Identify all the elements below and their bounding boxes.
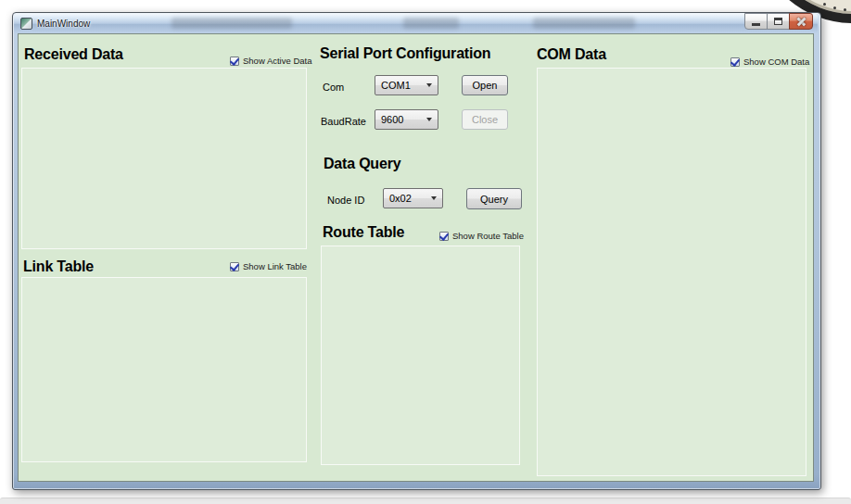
com-port-select[interactable]: COM1 bbox=[375, 75, 438, 95]
checkbox-label: Show Link Table bbox=[243, 262, 307, 271]
route-table-title: Route Table bbox=[323, 225, 404, 240]
checkbox-label: Show Route Table bbox=[452, 232, 524, 241]
clock-tick bbox=[844, 8, 846, 11]
baudrate-label: BaudRate bbox=[321, 117, 366, 127]
baudrate-select[interactable]: 9600 bbox=[375, 109, 438, 130]
close-button[interactable] bbox=[789, 13, 813, 30]
received-data-title: Received Data bbox=[24, 47, 123, 62]
baudrate-value: 9600 bbox=[381, 115, 426, 125]
maximize-button[interactable] bbox=[767, 13, 790, 30]
clock-tick bbox=[833, 6, 836, 9]
app-icon bbox=[20, 18, 32, 30]
com-data-title: COM Data bbox=[537, 47, 606, 62]
node-id-select[interactable]: 0x02 bbox=[383, 188, 443, 208]
check-icon bbox=[730, 57, 740, 67]
check-icon bbox=[230, 56, 239, 66]
desktop: MainWindow Received Data Show Active Dat… bbox=[0, 0, 851, 504]
node-id-label: Node ID bbox=[327, 195, 364, 206]
glass-reflection bbox=[403, 18, 459, 29]
checkbox-box bbox=[230, 262, 239, 271]
link-table-list[interactable] bbox=[21, 277, 307, 462]
chevron-down-icon bbox=[431, 196, 437, 200]
checkbox-label: Show COM Data bbox=[743, 57, 809, 67]
glass-reflection bbox=[533, 18, 635, 29]
show-com-data-checkbox[interactable]: Show COM Data bbox=[730, 57, 809, 67]
glass-reflection bbox=[171, 18, 292, 29]
chevron-down-icon bbox=[426, 118, 432, 121]
titlebar[interactable]: MainWindow bbox=[14, 14, 818, 33]
app-window: MainWindow Received Data Show Active Dat… bbox=[12, 12, 821, 490]
close-icon bbox=[796, 17, 807, 27]
checkbox-label: Show Active Data bbox=[243, 57, 311, 66]
check-icon bbox=[230, 261, 239, 271]
open-button[interactable]: Open bbox=[462, 75, 508, 95]
query-button[interactable]: Query bbox=[466, 188, 522, 209]
check-icon bbox=[439, 231, 449, 241]
close-serial-button[interactable]: Close bbox=[462, 109, 508, 130]
minimize-icon bbox=[752, 23, 760, 26]
com-port-value: COM1 bbox=[381, 81, 426, 91]
data-query-title: Data Query bbox=[324, 157, 400, 171]
com-data-list[interactable] bbox=[537, 68, 807, 476]
received-data-list[interactable] bbox=[21, 68, 307, 249]
checkbox-box bbox=[730, 57, 740, 67]
clock-tick bbox=[823, 3, 826, 6]
com-label: Com bbox=[323, 82, 344, 93]
show-route-table-checkbox[interactable]: Show Route Table bbox=[439, 232, 524, 241]
route-table-list[interactable] bbox=[321, 246, 520, 465]
show-link-table-checkbox[interactable]: Show Link Table bbox=[230, 262, 307, 271]
window-content: Received Data Show Active Data Link Tabl… bbox=[18, 33, 814, 482]
serial-port-title: Serial Port Configuration bbox=[320, 46, 490, 61]
show-active-data-checkbox[interactable]: Show Active Data bbox=[230, 57, 311, 66]
checkbox-box bbox=[230, 57, 239, 66]
window-title: MainWindow bbox=[37, 19, 90, 29]
caption-buttons bbox=[745, 13, 813, 30]
link-table-title: Link Table bbox=[23, 259, 94, 274]
maximize-icon bbox=[774, 18, 782, 25]
minimize-button[interactable] bbox=[744, 13, 768, 30]
chevron-down-icon bbox=[426, 83, 432, 87]
node-id-value: 0x02 bbox=[389, 194, 431, 204]
background-window-edge bbox=[0, 498, 851, 504]
checkbox-box bbox=[439, 232, 449, 241]
